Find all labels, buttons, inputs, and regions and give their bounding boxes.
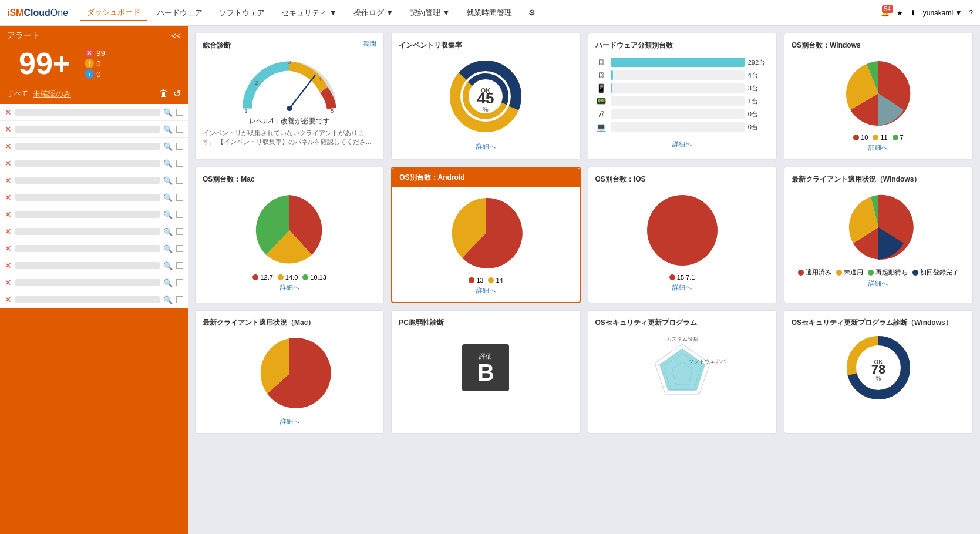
alert-item-text bbox=[15, 194, 160, 201]
os-android-legend: 13 14 bbox=[399, 277, 572, 284]
alert-checkbox[interactable] bbox=[176, 228, 183, 235]
hw-bar-bg bbox=[611, 83, 745, 93]
hw-icon-mobile: 📱 bbox=[595, 83, 607, 93]
svg-text:%: % bbox=[483, 106, 489, 113]
alert-search-icon[interactable]: 🔍 bbox=[163, 108, 173, 117]
alert-search-icon[interactable]: 🔍 bbox=[163, 142, 173, 151]
os-ios-detail-link[interactable]: 詳細へ bbox=[672, 284, 692, 291]
alert-search-icon[interactable]: 🔍 bbox=[163, 244, 173, 253]
alert-item-text bbox=[15, 279, 160, 286]
alert-item[interactable]: ✕ 🔍 bbox=[0, 274, 188, 291]
alert-checkbox[interactable] bbox=[176, 262, 183, 269]
svg-text:ソフトウェアバージョン: ソフトウェアバージョン bbox=[688, 358, 729, 364]
alert-action-icons: 🗑 ↺ bbox=[159, 88, 181, 99]
hw-bar-bg bbox=[611, 109, 745, 119]
radar-container: カスタム診断 ソフトウェアバージョン bbox=[595, 333, 769, 409]
alert-search-icon[interactable]: 🔍 bbox=[163, 210, 173, 219]
alert-item-text bbox=[15, 177, 160, 184]
alert-search-icon[interactable]: 🔍 bbox=[163, 261, 173, 270]
alert-search-icon[interactable]: 🔍 bbox=[163, 278, 173, 287]
filter-all[interactable]: すべて bbox=[7, 89, 28, 99]
alert-item[interactable]: ✕ 🔍 bbox=[0, 189, 188, 206]
alert-search-icon[interactable]: 🔍 bbox=[163, 227, 173, 236]
alert-item[interactable]: ✕ 🔍 bbox=[0, 291, 188, 308]
sidebar-collapse-btn[interactable]: << bbox=[171, 31, 181, 41]
alert-item[interactable]: ✕ 🔍 bbox=[0, 206, 188, 223]
alert-checkbox[interactable] bbox=[176, 279, 183, 286]
help-icon[interactable]: ? bbox=[969, 9, 973, 17]
alert-search-icon[interactable]: 🔍 bbox=[163, 295, 173, 304]
hardware-detail-link[interactable]: 詳細へ bbox=[672, 140, 692, 147]
hw-bar-fill bbox=[611, 70, 614, 80]
svg-text:1: 1 bbox=[245, 108, 248, 114]
gauge-container: 1 2 3 4 5 レベル4：改善が必要です インベントリが収集されていないクラ… bbox=[203, 55, 376, 146]
nav-dashboard[interactable]: ダッシュボード bbox=[80, 5, 147, 21]
svg-text:5: 5 bbox=[331, 108, 334, 114]
alert-checkbox[interactable] bbox=[176, 211, 183, 218]
legend-item: 15.7.1 bbox=[669, 274, 695, 281]
username[interactable]: yunakami ▼ bbox=[923, 9, 962, 17]
alert-checkbox[interactable] bbox=[176, 109, 183, 116]
nav-security[interactable]: セキュリティ ▼ bbox=[274, 5, 343, 21]
alert-item[interactable]: ✕ 🔍 bbox=[0, 223, 188, 240]
alert-search-icon[interactable]: 🔍 bbox=[163, 176, 173, 185]
alert-item[interactable]: ✕ 🔍 bbox=[0, 104, 188, 121]
alert-checkbox[interactable] bbox=[176, 296, 183, 303]
card-os-ios: OS別台数：iOS 15.7.1 詳細へ bbox=[588, 167, 777, 303]
os-mac-detail-link[interactable]: 詳細へ bbox=[280, 284, 299, 291]
client-mac-pie-svg bbox=[248, 333, 331, 415]
legend-item: 7 bbox=[893, 134, 904, 141]
alert-item-text bbox=[15, 126, 160, 133]
legend-label: 14.0 bbox=[285, 274, 298, 281]
alert-checkbox[interactable] bbox=[176, 126, 183, 133]
alert-refresh-icon[interactable]: ↺ bbox=[173, 88, 181, 99]
alert-item-text bbox=[15, 160, 160, 167]
alert-checkbox[interactable] bbox=[176, 177, 183, 184]
alert-item[interactable]: ✕ 🔍 bbox=[0, 138, 188, 155]
sidebar: アラート << 99+ ✕ 99+ ! 0 i 0 すべて bbox=[0, 26, 188, 534]
alert-item[interactable]: ✕ 🔍 bbox=[0, 257, 188, 274]
nav-oplog[interactable]: 操作ログ ▼ bbox=[346, 5, 400, 21]
client-windows-detail-link[interactable]: 詳細へ bbox=[868, 280, 888, 287]
os-android-detail-link[interactable]: 詳細へ bbox=[476, 287, 496, 294]
nav-software[interactable]: ソフトウェア bbox=[212, 5, 272, 21]
nav-workhours[interactable]: 就業時間管理 bbox=[459, 5, 519, 21]
alert-item[interactable]: ✕ 🔍 bbox=[0, 155, 188, 172]
alert-search-icon[interactable]: 🔍 bbox=[163, 159, 173, 168]
alert-search-icon[interactable]: 🔍 bbox=[163, 125, 173, 134]
warn-badge-icon: ! bbox=[85, 59, 94, 68]
alert-checkbox[interactable] bbox=[176, 245, 183, 252]
os-android-bottom: 詳細へ bbox=[399, 286, 572, 295]
period-link[interactable]: 期間 bbox=[363, 39, 376, 48]
notification-bell[interactable]: 🔔 54 bbox=[881, 9, 890, 17]
inventory-detail-link[interactable]: 詳細へ bbox=[476, 143, 496, 150]
nav-settings[interactable]: ⚙ bbox=[521, 6, 543, 19]
alert-item-text bbox=[15, 262, 160, 269]
filter-unconfirmed[interactable]: 未確認のみ bbox=[33, 89, 71, 99]
client-mac-bottom: 詳細へ bbox=[203, 417, 376, 426]
alert-item[interactable]: ✕ 🔍 bbox=[0, 121, 188, 138]
os-ios-pie-svg bbox=[641, 189, 723, 271]
legend-dot bbox=[469, 277, 474, 283]
os-windows-detail-link[interactable]: 詳細へ bbox=[868, 144, 888, 151]
alert-checkbox[interactable] bbox=[176, 143, 183, 150]
card-os-security-radar: OSセキュリティ更新プログラム bbox=[588, 310, 777, 434]
alert-item-text bbox=[15, 211, 160, 218]
card-os-windows-title: OS別台数：Windows bbox=[792, 41, 965, 51]
alert-search-icon[interactable]: 🔍 bbox=[163, 193, 173, 202]
nav-contract[interactable]: 契約管理 ▼ bbox=[403, 5, 457, 21]
alert-delete-icon[interactable]: 🗑 bbox=[159, 88, 169, 99]
svg-text:4: 4 bbox=[319, 76, 322, 82]
alert-checkbox[interactable] bbox=[176, 160, 183, 167]
os-ios-pie bbox=[595, 189, 769, 271]
svg-line-5 bbox=[289, 76, 315, 109]
alert-checkbox[interactable] bbox=[176, 194, 183, 201]
alert-item[interactable]: ✕ 🔍 bbox=[0, 240, 188, 257]
alert-item[interactable]: ✕ 🔍 bbox=[0, 172, 188, 189]
download-icon[interactable]: ⬇ bbox=[910, 9, 916, 17]
client-mac-detail-link[interactable]: 詳細へ bbox=[280, 418, 299, 425]
legend-dot bbox=[893, 135, 898, 140]
favorite-icon[interactable]: ★ bbox=[897, 9, 903, 17]
client-mac-pie bbox=[203, 333, 376, 415]
nav-hardware[interactable]: ハードウェア bbox=[150, 5, 210, 21]
